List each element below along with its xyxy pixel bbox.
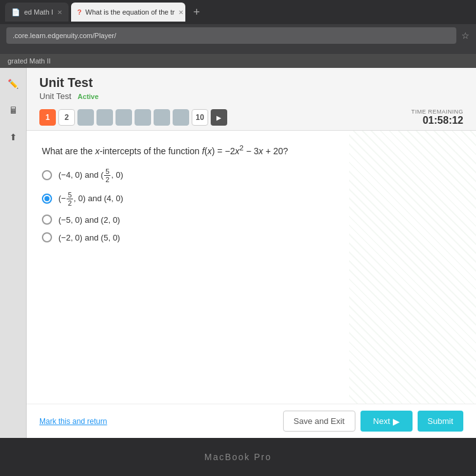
next-arrow-icon: ▶ — [393, 416, 400, 426]
sidebar-up-icon[interactable]: ⬆ — [4, 128, 23, 147]
q-num-7[interactable] — [154, 109, 170, 126]
option-1[interactable]: (−4, 0) and (52, 0) — [42, 168, 461, 183]
tab1-label: ed Math I — [24, 8, 53, 16]
option-3[interactable]: (−5, 0) and (2, 0) — [42, 215, 461, 225]
sidebar: ✏️ 🖩 ⬆ — [0, 68, 27, 438]
option-4[interactable]: (−2, 0) and (5, 0) — [42, 232, 461, 242]
q-num-8[interactable] — [173, 109, 189, 126]
radio-3[interactable] — [42, 215, 52, 225]
tab2-close[interactable]: ✕ — [178, 9, 183, 16]
app-title: grated Math II — [8, 57, 51, 65]
tab2-label: What is the equation of the tr — [86, 8, 175, 16]
tab2-favicon: ? — [77, 8, 82, 16]
radio-4[interactable] — [42, 232, 52, 242]
question-panel: What are the x-intercepts of the functio… — [27, 131, 476, 404]
q-num-5[interactable] — [116, 109, 132, 126]
radio-2[interactable] — [42, 194, 52, 204]
app-header: grated Math II — [0, 54, 476, 68]
tab1-close[interactable]: ✕ — [57, 9, 62, 16]
option-3-label: (−5, 0) and (2, 0) — [58, 215, 120, 225]
new-tab-button[interactable]: + — [188, 3, 206, 21]
submit-button[interactable]: Submit — [418, 411, 463, 432]
active-badge: Active — [77, 93, 98, 100]
option-4-label: (−2, 0) and (5, 0) — [58, 233, 120, 242]
q-num-6[interactable] — [135, 109, 151, 126]
q-num-1[interactable]: 1 — [39, 109, 56, 126]
time-remaining: TIME REMAINING 01:58:12 — [411, 109, 463, 126]
bookmark-icon[interactable]: ☆ — [461, 30, 470, 41]
footer-buttons: Save and Exit Next ▶ Submit — [283, 411, 463, 432]
fraction-neg-5-2: 52 — [67, 191, 73, 207]
q-num-3[interactable] — [77, 109, 94, 126]
q-num-10[interactable]: 10 — [192, 109, 208, 126]
play-button[interactable]: ▶ — [211, 109, 227, 126]
q-num-2[interactable]: 2 — [58, 109, 75, 126]
unit-test-header: Unit Test Unit Test Active — [27, 68, 476, 105]
browser-chrome: 📄 ed Math I ✕ ? What is the equation of … — [0, 0, 476, 54]
address-text: .core.learn.edgenuity.com/Player/ — [13, 32, 116, 39]
unit-test-title: Unit Test — [39, 76, 463, 90]
address-bar[interactable]: .core.learn.edgenuity.com/Player/ — [6, 27, 456, 44]
laptop-frame: 📄 ed Math I ✕ ? What is the equation of … — [0, 0, 476, 438]
option-2[interactable]: (−52, 0) and (4, 0) — [42, 191, 461, 207]
option-2-label: (−52, 0) and (4, 0) — [58, 191, 123, 207]
laptop-bottom-bar: MacBook Pro — [0, 438, 476, 476]
options-list: (−4, 0) and (52, 0) (−52, 0) and (4, 0) — [42, 168, 461, 242]
option-1-label: (−4, 0) and (52, 0) — [58, 168, 123, 183]
main-content: ✏️ 🖩 ⬆ Unit Test Unit Test Active 1 2 — [0, 68, 476, 438]
time-value: 01:58:12 — [411, 115, 463, 126]
macbook-label: MacBook Pro — [204, 452, 272, 462]
mark-return-link[interactable]: Mark this and return — [39, 417, 107, 426]
unit-test-subtitle: Unit Test Active — [39, 91, 463, 101]
tab1-favicon: 📄 — [11, 8, 20, 17]
next-button[interactable]: Next ▶ — [360, 411, 413, 432]
next-label: Next — [373, 416, 390, 426]
question-text: What are the x-intercepts of the functio… — [42, 143, 461, 156]
fraction-5-2: 52 — [104, 168, 110, 183]
q-num-4[interactable] — [96, 109, 113, 126]
address-bar-row: .core.learn.edgenuity.com/Player/ ☆ — [0, 24, 476, 47]
question-nav: 1 2 10 ▶ TIME REMAINING 01:58:12 — [27, 105, 476, 131]
unit-test-label: Unit Test — [39, 91, 71, 101]
question-footer: Mark this and return Save and Exit Next … — [27, 404, 476, 438]
tab-1[interactable]: 📄 ed Math I ✕ — [5, 3, 69, 22]
tab-bar: 📄 ed Math I ✕ ? What is the equation of … — [0, 0, 476, 24]
content-area: Unit Test Unit Test Active 1 2 10 ▶ — [27, 68, 476, 438]
save-exit-button[interactable]: Save and Exit — [283, 411, 355, 432]
radio-1[interactable] — [42, 170, 52, 180]
time-label: TIME REMAINING — [411, 109, 463, 115]
sidebar-calculator-icon[interactable]: 🖩 — [4, 101, 23, 120]
tab-2[interactable]: ? What is the equation of the tr ✕ — [71, 3, 185, 22]
sidebar-pencil-icon[interactable]: ✏️ — [4, 74, 23, 93]
